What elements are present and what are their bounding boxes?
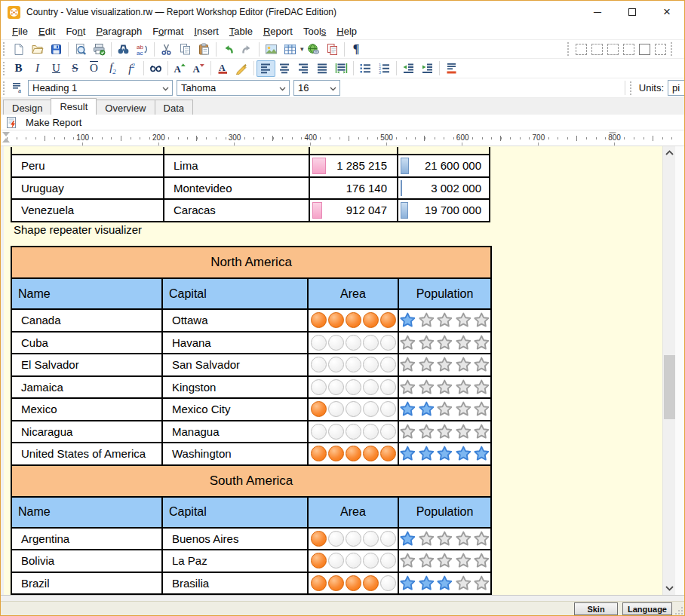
tab-data[interactable]: Data	[155, 100, 193, 115]
pilcrow-icon: ¶	[353, 43, 360, 55]
preview-glasses-button[interactable]	[146, 60, 165, 77]
undo-button[interactable]	[219, 41, 238, 57]
make-report-button[interactable]	[2, 114, 21, 130]
make-report-label[interactable]: Make Report	[26, 117, 81, 128]
superscript-button[interactable]: f2	[122, 60, 141, 77]
paragraph-color-button[interactable]	[442, 60, 461, 77]
circle-empty-icon	[380, 379, 396, 395]
bold-button[interactable]: B	[9, 60, 28, 77]
subscript-button[interactable]: f2	[103, 60, 122, 77]
ruler-indent-marker-left-bottom[interactable]	[2, 138, 10, 143]
border-style-button-2[interactable]	[591, 44, 603, 55]
outdent-button[interactable]	[399, 60, 418, 77]
toolbar-separator	[439, 61, 440, 75]
menu-insert[interactable]: Insert	[189, 24, 224, 38]
star-filled-icon	[436, 445, 453, 462]
border-style-button-6[interactable]	[655, 44, 666, 55]
underline-button[interactable]: U	[47, 60, 66, 77]
skin-button[interactable]: Skin	[574, 602, 618, 615]
align-right-button[interactable]	[294, 60, 313, 77]
menu-help[interactable]: Help	[331, 24, 362, 38]
hyperlink-button[interactable]	[304, 41, 323, 57]
border-style-button-5[interactable]	[639, 44, 650, 55]
indent-button[interactable]	[418, 60, 437, 77]
tab-result[interactable]: Result	[51, 98, 97, 115]
section-title: Shape repeater visualizer	[14, 223, 142, 236]
ruler-label-600: 600	[455, 133, 471, 143]
minimize-button[interactable]: ─	[580, 1, 615, 23]
circle-filled-icon	[328, 446, 344, 461]
area-shape-row	[309, 312, 398, 328]
print-button[interactable]	[90, 41, 109, 57]
shrink-font-button[interactable]: A	[189, 60, 208, 77]
copy-format-button[interactable]	[323, 41, 342, 57]
copy-button[interactable]	[176, 41, 195, 57]
insert-image-button[interactable]	[262, 41, 281, 57]
highlight-button[interactable]	[232, 60, 251, 77]
scrollbar-thumb[interactable]	[664, 355, 675, 419]
menu-font[interactable]: Font	[60, 24, 91, 38]
border-style-button-1[interactable]	[576, 44, 587, 55]
save-button[interactable]	[47, 41, 66, 57]
align-left-button[interactable]	[256, 60, 275, 77]
resize-grip[interactable]	[675, 607, 683, 614]
strikethrough-button[interactable]: S	[66, 60, 84, 77]
italic-button[interactable]: I	[28, 60, 47, 77]
paragraph-style-combo[interactable]: Heading 1	[28, 80, 173, 96]
tab-overview[interactable]: Overview	[96, 100, 155, 115]
pilcrow-button[interactable]: ¶	[347, 41, 366, 57]
star-empty-icon	[473, 400, 490, 418]
redo-button[interactable]	[238, 41, 256, 57]
insert-table-button[interactable]	[281, 41, 299, 57]
open-folder-icon	[31, 43, 44, 56]
align-center-button[interactable]	[275, 60, 294, 77]
fit-width-button[interactable]	[332, 60, 351, 77]
menu-edit[interactable]: Edit	[33, 24, 60, 38]
justify-button[interactable]	[313, 60, 332, 77]
population-shapes-cell	[399, 399, 490, 420]
scroll-up-button[interactable]	[663, 146, 676, 159]
star-empty-icon	[473, 356, 490, 373]
menu-format[interactable]: Format	[147, 24, 189, 38]
language-button[interactable]: Language	[622, 602, 672, 615]
maximize-button[interactable]	[615, 1, 650, 23]
vertical-scrollbar[interactable]	[662, 146, 675, 595]
insert-table-dropdown[interactable]: ▾	[300, 45, 304, 53]
circle-empty-icon	[346, 379, 361, 395]
font-name-combo[interactable]: Tahoma	[177, 80, 290, 96]
numbered-list-button[interactable]: 123	[375, 60, 394, 77]
column-header-name: Name	[12, 279, 161, 308]
grow-font-button[interactable]: A	[170, 60, 189, 77]
scroll-down-button[interactable]	[663, 582, 676, 595]
shrink-font-icon: A	[192, 62, 205, 75]
units-combo[interactable]: pi	[668, 80, 685, 96]
menu-report[interactable]: Report	[258, 24, 298, 38]
font-color-button[interactable]: A	[213, 60, 232, 77]
circle-empty-icon	[346, 553, 361, 568]
bullet-list-button[interactable]	[356, 60, 375, 77]
border-style-button-4[interactable]	[623, 44, 634, 55]
new-document-button[interactable]	[9, 41, 28, 57]
cut-button[interactable]	[157, 41, 176, 57]
circle-empty-icon	[380, 335, 396, 351]
population-shapes-cell	[399, 354, 490, 375]
close-button[interactable]: ×	[650, 1, 684, 23]
paste-button[interactable]	[195, 41, 213, 57]
tab-design[interactable]: Design	[3, 100, 51, 115]
menu-table[interactable]: Table	[224, 24, 258, 38]
menu-file[interactable]: File	[7, 24, 33, 38]
population-shape-row	[399, 530, 490, 547]
font-size-combo[interactable]: 16	[293, 80, 340, 96]
circle-filled-icon	[363, 312, 379, 328]
menu-paragraph[interactable]: Paragraph	[91, 24, 147, 38]
star-empty-icon	[436, 400, 453, 418]
open-folder-button[interactable]	[28, 41, 47, 57]
overline-button[interactable]: O	[84, 60, 103, 77]
ruler-indent-marker-left-top[interactable]	[2, 132, 10, 136]
menu-tools[interactable]: Tools	[298, 24, 331, 38]
print-preview-button[interactable]	[71, 41, 90, 57]
border-style-button-3[interactable]	[607, 44, 619, 55]
population-value: 19 700 000	[425, 204, 489, 216]
replace-button[interactable]: abac	[133, 41, 152, 57]
find-button[interactable]	[114, 41, 133, 57]
